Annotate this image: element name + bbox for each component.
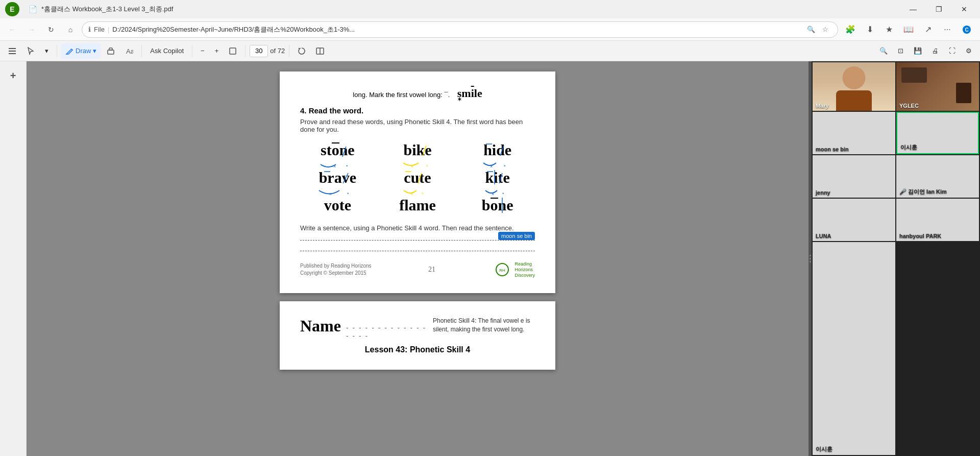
home-button[interactable]: ⌂ <box>62 21 79 38</box>
search-address-icon[interactable]: 🔍 <box>805 23 817 36</box>
svg-text:RH: RH <box>500 268 506 273</box>
word-bike: bike × * <box>403 141 431 159</box>
titlebar-controls: — ❐ ✕ <box>901 0 976 18</box>
mary-name: Mary <box>816 103 829 109</box>
save-button[interactable]: 💾 <box>910 43 926 59</box>
print-button[interactable]: 🖨 <box>928 43 943 59</box>
reading-view-button[interactable]: 📖 <box>899 20 918 39</box>
zoom-out-button[interactable]: − <box>197 43 209 59</box>
svg-line-33 <box>499 173 502 183</box>
svg-line-25 <box>343 173 348 183</box>
word-stone: stone × * <box>321 141 355 159</box>
text-button[interactable]: Aa <box>121 43 137 59</box>
svg-line-18 <box>423 146 426 156</box>
svg-text:*: * <box>346 164 348 169</box>
svg-text:×: × <box>411 164 413 169</box>
word-brave: brave × * <box>319 169 356 186</box>
words-grid: stone × * <box>300 141 535 214</box>
titlebar-title: *홈클래스 Workbook_초1-3 Level 3_최종.pdf <box>41 5 173 14</box>
forward-button[interactable]: → <box>23 21 40 38</box>
favorites-button[interactable]: ★ <box>880 20 898 39</box>
titlebar-left: E 📄 *홈클래스 Workbook_초1-3 Level 3_최종.pdf <box>4 1 173 17</box>
copilot-button[interactable]: C <box>958 20 976 39</box>
separator-4 <box>245 45 246 57</box>
more-button[interactable]: ··· <box>938 20 957 39</box>
participant-tile-luna[interactable]: LUNA <box>813 199 895 241</box>
lesson-heading: Lesson 43: Phonetic Skill 4 <box>300 345 535 354</box>
toolbar-icons: 🧩 ⬇ ★ 📖 ↗ ··· C <box>841 20 976 39</box>
fit-page-button[interactable] <box>225 43 241 59</box>
settings-button[interactable]: ⚙ <box>962 43 976 59</box>
participant-tile-isihun[interactable]: 이시훈 <box>896 112 979 154</box>
svg-line-21 <box>500 146 504 156</box>
minimize-button[interactable]: — <box>901 0 925 18</box>
file-label: File <box>94 26 105 33</box>
word-hide: hide × * <box>483 141 511 159</box>
search-pdf-button[interactable]: 🔍 <box>875 43 892 59</box>
pdf-page-21: long. Mark the first vowel long: ¯. smil… <box>280 71 555 293</box>
smile-word: smile ✶ <box>457 87 482 100</box>
address-box[interactable]: ℹ File | D:/2024/Spring%20Semester-April… <box>82 21 838 38</box>
ask-copilot-button[interactable]: Ask Copilot <box>146 43 188 59</box>
page-number: 21 <box>372 266 493 274</box>
zoom-in-button[interactable]: + <box>211 43 223 59</box>
participant-tile-jenny[interactable]: jenny <box>813 155 895 198</box>
draw-label: Draw <box>76 47 91 55</box>
drag-dot-3 <box>810 261 811 262</box>
cursor-button[interactable] <box>22 43 39 59</box>
participant-tile-moonsebin[interactable]: moon se bin <box>813 112 895 154</box>
present-button[interactable]: ⊡ <box>894 43 908 59</box>
svg-rect-7 <box>108 50 114 54</box>
cursor-dropdown[interactable]: ▾ <box>41 43 53 59</box>
participant-tile-kim[interactable]: 🎤 김이언 Ian Kim <box>896 155 979 198</box>
svg-text:*: * <box>502 191 504 197</box>
app-logo: E <box>4 1 20 17</box>
ask-copilot-label: Ask Copilot <box>150 47 184 55</box>
top-instruction: long. Mark the first vowel long: ¯. smil… <box>300 87 535 100</box>
write-sentence-text: Write a sentence, using a Phonetic Skill… <box>300 224 514 232</box>
kite-annotation: × * <box>483 169 519 197</box>
copyright-text: Published by Reading Horizons Copyright … <box>300 262 372 277</box>
add-button[interactable]: + <box>3 65 23 86</box>
brave-annotation: × * <box>316 169 362 197</box>
prove-read-text: Prove and read these words, using Phonet… <box>300 118 535 133</box>
info-icon: ℹ <box>88 26 91 33</box>
participant-tile-hanbyoul[interactable]: hanbyoul PARK <box>896 199 979 241</box>
svg-text:*: * <box>422 191 424 197</box>
phonetic-skill-box: Phonetic Skill 4: The final vowel e is s… <box>433 317 535 334</box>
pdf-toolbar: ▾ Draw ▾ Aa Ask Copilot − + of 72 🔍 ⊡ 💾 … <box>0 41 980 61</box>
read-word-heading: 4. Read the word. <box>300 106 535 115</box>
refresh-button[interactable]: ↻ <box>43 21 59 38</box>
downloads-button[interactable]: ⬇ <box>861 20 879 39</box>
back-button[interactable]: ← <box>4 21 20 38</box>
svg-text:*: * <box>504 164 506 169</box>
moonsebin-name: moon se bin <box>816 146 849 152</box>
rotate-button[interactable] <box>293 43 310 59</box>
sidebar-toggle-button[interactable] <box>4 43 20 59</box>
close-button[interactable]: ✕ <box>952 0 976 18</box>
participant-tile-yglec[interactable]: YGLEC <box>896 62 979 111</box>
participant-tile-mary[interactable]: Mary <box>813 62 895 111</box>
kim-name: 🎤 김이언 Ian Kim <box>899 188 947 196</box>
pdf-viewer[interactable]: long. Mark the first vowel long: ¯. smil… <box>27 61 808 456</box>
svg-text:×: × <box>492 191 494 197</box>
split-view-button[interactable] <box>312 43 328 59</box>
word-cell-brave: brave × * <box>300 169 375 186</box>
bookmark-icon[interactable]: ☆ <box>819 23 831 36</box>
extensions-button[interactable]: 🧩 <box>841 20 860 39</box>
page-number-input[interactable] <box>250 45 268 57</box>
expand-button[interactable]: ⛶ <box>945 43 960 59</box>
word-vote-text: vote <box>324 197 351 214</box>
drag-dot-1 <box>810 255 811 256</box>
participant-tile-isihun2[interactable]: 이시훈 <box>813 242 895 455</box>
word-cell-kite: kite × * <box>460 169 535 186</box>
address-separator: | <box>108 26 109 33</box>
draw-dropdown[interactable]: ▾ <box>93 47 96 55</box>
maximize-button[interactable]: ❐ <box>927 0 950 18</box>
draw-button[interactable]: Draw ▾ <box>61 43 101 59</box>
name-label: Name <box>300 317 341 335</box>
eraser-button[interactable] <box>103 43 119 59</box>
reading-horizons-logo: RH ReadingHorizonsDiscovery <box>492 261 535 278</box>
share-button[interactable]: ↗ <box>919 20 937 39</box>
pdf-icon: 📄 <box>29 5 37 13</box>
